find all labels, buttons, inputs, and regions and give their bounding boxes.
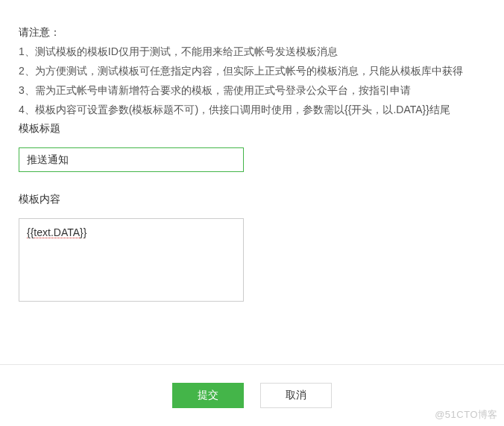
template-content-textarea[interactable]: {{text.DATA}} <box>19 218 244 302</box>
template-content-value: {{text.DATA}} <box>27 226 86 238</box>
submit-button[interactable]: 提交 <box>172 383 244 408</box>
footer: 提交 取消 <box>0 365 504 426</box>
template-title-input[interactable] <box>19 147 244 172</box>
notice-line-3: 3、需为正式帐号申请新增符合要求的模板，需使用正式号登录公众平台，按指引申请 <box>19 80 485 100</box>
template-content-wrap: {{text.DATA}} <box>19 218 485 302</box>
notice-heading: 请注意： <box>19 22 485 42</box>
template-title-label: 模板标题 <box>19 122 485 136</box>
page: 请注意： 1、测试模板的模板ID仅用于测试，不能用来给正式帐号发送模板消息 2、… <box>0 0 504 426</box>
cancel-button[interactable]: 取消 <box>260 383 332 408</box>
form-content: 请注意： 1、测试模板的模板ID仅用于测试，不能用来给正式帐号发送模板消息 2、… <box>0 0 504 302</box>
notice-line-2: 2、为方便测试，测试模板可任意指定内容，但实际上正式帐号的模板消息，只能从模板库… <box>19 61 485 80</box>
notice-line-4: 4、模板内容可设置参数(模板标题不可)，供接口调用时使用，参数需以{{开头，以.… <box>19 100 485 119</box>
template-content-label: 模板内容 <box>19 193 485 206</box>
notice-line-1: 1、测试模板的模板ID仅用于测试，不能用来给正式帐号发送模板消息 <box>19 42 485 61</box>
